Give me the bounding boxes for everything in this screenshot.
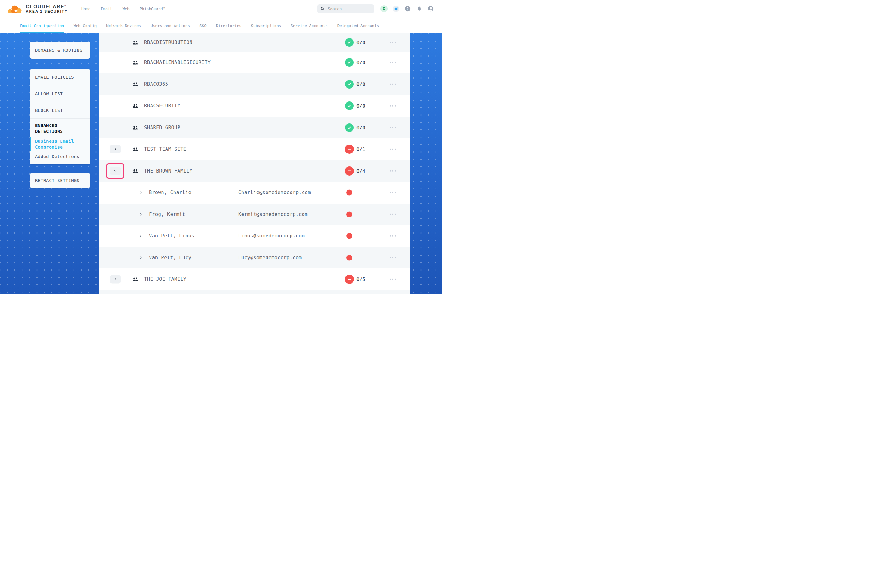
search-box[interactable]: [317, 4, 374, 13]
help-icon[interactable]: ?: [404, 6, 411, 12]
sidebar-label: EMAIL POLICIES: [35, 75, 74, 80]
member-count: 0/0: [356, 40, 365, 45]
highlight-annotation: [106, 163, 124, 178]
sidebar-label: ALLOW LIST: [35, 92, 63, 96]
user-avatar-icon[interactable]: [427, 6, 434, 12]
sidebar-label: BLOCK LIST: [35, 108, 63, 113]
sidebar-item-retract-settings[interactable]: RETRACT SETTINGS: [30, 173, 90, 188]
sidebar-item-block-list[interactable]: BLOCK LIST: [30, 102, 90, 118]
table-row-partial: [99, 290, 410, 294]
sidebar-label: Added Detections: [35, 154, 80, 159]
nav-item-home[interactable]: Home: [81, 6, 90, 11]
sidebar-item-allow-list[interactable]: ALLOW LIST: [30, 85, 90, 102]
more-actions-button[interactable]: [385, 148, 400, 150]
logo-wordmark: CLOUDFLARE: [26, 4, 64, 9]
header-icon-cluster: ?: [380, 5, 435, 12]
app-window: CLOUDFLARE® AREA 1 SECURITY Home Email W…: [0, 0, 442, 294]
tab-users-and-actions[interactable]: Users and Actions: [150, 18, 190, 33]
status-badge-ok: [345, 58, 354, 67]
group-row: TEST TEAM SITE 0/1: [99, 138, 410, 160]
more-actions-button[interactable]: [385, 105, 400, 107]
status-dot-blocked: [346, 233, 352, 239]
sidebar-item-domains-routing[interactable]: DOMAINS & ROUTING: [30, 42, 90, 59]
expand-group-button[interactable]: [110, 275, 121, 284]
group-row: THE JOE FAMILY 0/5: [99, 268, 410, 290]
expand-group-button[interactable]: [110, 145, 121, 153]
sidebar-section-enhanced-detections[interactable]: ENHANCED DETECTIONS: [30, 118, 90, 134]
logo-subtitle: AREA 1 SECURITY: [26, 9, 68, 14]
sidebar-item-email-policies[interactable]: EMAIL POLICIES: [30, 69, 90, 85]
tab-sso[interactable]: SSO: [200, 18, 206, 33]
chevron-right-icon[interactable]: [139, 256, 143, 259]
chevron-right-icon[interactable]: [139, 191, 143, 194]
more-actions-button[interactable]: [385, 235, 400, 237]
group-name: TEST TEAM SITE: [144, 146, 186, 152]
more-actions-button[interactable]: [385, 279, 400, 280]
cloudflare-logo[interactable]: CLOUDFLARE® AREA 1 SECURITY: [7, 3, 68, 15]
settings-gear-icon[interactable]: [393, 6, 399, 12]
tab-subscriptions[interactable]: Subscriptions: [251, 18, 281, 33]
sidebar-label: RETRACT SETTINGS: [35, 178, 80, 183]
group-row: RBACSECURITY 0/0: [99, 95, 410, 117]
status-badge-blocked: [345, 274, 354, 284]
member-name: Van Pelt, Linus: [149, 233, 194, 238]
tab-directories[interactable]: Directories: [216, 18, 242, 33]
sidebar-label: DOMAINS & ROUTING: [35, 48, 83, 52]
security-shield-icon[interactable]: [380, 5, 388, 12]
sidebar-item-business-email-compromise[interactable]: Business Email Compromise: [30, 138, 90, 150]
sidebar-label: Business Email Compromise: [35, 139, 74, 150]
status-dot-blocked: [346, 211, 352, 217]
registered-mark: ®: [64, 4, 66, 7]
more-actions-button[interactable]: [385, 257, 400, 259]
group-icon: [132, 40, 138, 45]
chevron-right-icon[interactable]: [139, 213, 143, 216]
tab-service-accounts[interactable]: Service Accounts: [290, 18, 328, 33]
group-name: THE JOE FAMILY: [144, 276, 186, 282]
svg-text:?: ?: [407, 6, 409, 11]
status-dot-blocked: [346, 255, 352, 261]
notifications-bell-icon[interactable]: [416, 6, 422, 12]
status-badge-blocked: [345, 166, 354, 176]
member-count: 0/1: [356, 146, 365, 152]
collapse-group-button[interactable]: [110, 166, 121, 175]
more-actions-button[interactable]: [385, 170, 400, 172]
sidebar-item-added-detections[interactable]: Added Detections: [30, 154, 90, 160]
status-dot-blocked: [346, 190, 352, 196]
more-actions-button[interactable]: [385, 127, 400, 129]
member-email: Charlie@somedemocorp.com: [238, 190, 311, 195]
group-icon: [132, 60, 138, 64]
nav-item-email[interactable]: Email: [101, 6, 112, 11]
member-row: Van Pelt, Linus Linus@somedemocorp.com: [99, 225, 410, 247]
member-row: Frog, Kermit Kermit@somedemocorp.com: [99, 204, 410, 225]
member-email: Linus@somedemocorp.com: [238, 233, 305, 238]
more-actions-button[interactable]: [385, 42, 400, 44]
member-count: 0/5: [356, 276, 365, 282]
member-count: 0/0: [356, 124, 365, 130]
tab-network-devices[interactable]: Network Devices: [106, 18, 141, 33]
expand-button-wrap: [110, 145, 121, 153]
search-input[interactable]: [327, 6, 368, 11]
nav-item-phishguard[interactable]: PhishGuard™: [140, 6, 165, 11]
chevron-right-icon[interactable]: [139, 234, 143, 238]
nav-item-web[interactable]: Web: [122, 6, 129, 11]
sidebar-policies-card: EMAIL POLICIES ALLOW LIST BLOCK LIST ENH…: [30, 69, 90, 164]
member-email: Lucy@somedemocorp.com: [238, 255, 302, 261]
tab-web-config[interactable]: Web Config: [74, 18, 97, 33]
more-actions-button[interactable]: [385, 214, 400, 215]
group-icon: [132, 277, 138, 281]
expand-button-wrap: [110, 275, 121, 284]
member-count: 0/0: [356, 81, 365, 87]
tab-delegated-accounts[interactable]: Delegated Accounts: [337, 18, 379, 33]
group-name: RBACDISTRUBUTION: [144, 40, 192, 45]
more-actions-button[interactable]: [385, 192, 400, 194]
tab-email-configuration[interactable]: Email Configuration: [20, 18, 64, 33]
top-bar: CLOUDFLARE® AREA 1 SECURITY Home Email W…: [0, 0, 442, 18]
status-badge-ok: [345, 123, 354, 132]
status-badge-ok: [345, 102, 354, 110]
more-actions-button[interactable]: [385, 62, 400, 63]
member-name: Van Pelt, Lucy: [149, 255, 191, 261]
groups-table: RBACDISTRUBUTION 0/0 RBACMAILENABLESECUR…: [99, 33, 410, 294]
status-badge-ok: [345, 80, 354, 88]
more-actions-button[interactable]: [385, 84, 400, 85]
search-icon: [320, 6, 325, 11]
